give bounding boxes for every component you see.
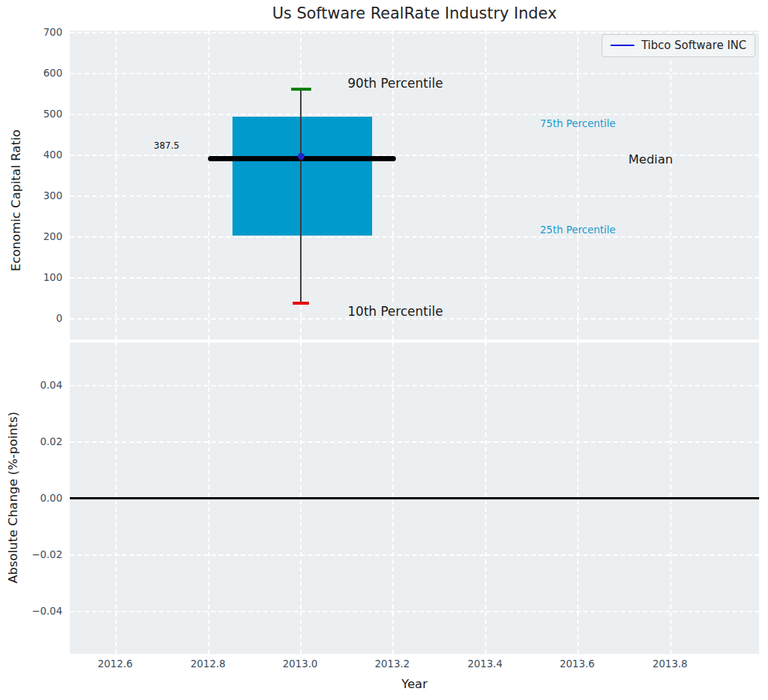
y-tick-label: 0.04	[18, 380, 62, 390]
gridline-vertical	[208, 30, 209, 340]
y-tick-label: −0.04	[18, 606, 62, 616]
y-tick-label: −0.02	[18, 549, 62, 560]
figure: Us Software RealRate Industry Index 90th…	[0, 0, 768, 700]
y-tick-label: 700	[18, 27, 62, 37]
gridline-horizontal	[70, 277, 759, 279]
gridline-horizontal	[70, 385, 759, 386]
gridline-horizontal	[70, 73, 759, 74]
gridline-horizontal	[70, 554, 759, 556]
p10-cap	[293, 302, 309, 305]
y-tick-label: 0	[18, 313, 62, 323]
x-tick-label: 2013.6	[547, 658, 607, 669]
y-tick-label: 600	[18, 68, 62, 78]
x-tick-label: 2013.0	[270, 658, 330, 669]
gridline-horizontal	[70, 236, 759, 238]
gridline-horizontal	[70, 611, 759, 612]
y-tick-label: 0.00	[18, 493, 62, 503]
annotation-company-value: 387.5	[154, 140, 179, 151]
chart-title: Us Software RealRate Industry Index	[70, 4, 759, 22]
y-tick-label: 300	[18, 190, 62, 201]
top-axes: 90th Percentile 75th Percentile Median 2…	[70, 30, 759, 340]
annotation-90th-percentile: 90th Percentile	[348, 76, 443, 91]
bottom-axes	[70, 343, 759, 654]
x-axis-label: Year	[70, 677, 759, 691]
company-marker-dot	[298, 153, 305, 160]
x-tick-label: 2013.4	[455, 658, 515, 669]
gridline-horizontal	[70, 441, 759, 443]
legend-line-sample	[611, 45, 634, 47]
gridline-horizontal	[70, 32, 759, 33]
y-axis-label-top: Economic Capital Ratio	[9, 100, 23, 301]
y-tick-label: 500	[18, 108, 62, 119]
gridline-vertical	[115, 30, 117, 340]
y-tick-label: 400	[18, 149, 62, 160]
x-tick-label: 2012.8	[178, 658, 238, 669]
gridline-vertical	[577, 30, 579, 340]
y-tick-label: 100	[18, 272, 62, 282]
iqr-box	[232, 117, 372, 236]
annotation-10th-percentile: 10th Percentile	[348, 304, 443, 319]
whisker-line	[300, 89, 302, 304]
gridline-horizontal	[70, 195, 759, 197]
y-tick-label: 200	[18, 231, 62, 242]
legend: Tibco Software INC	[602, 34, 755, 57]
annotation-25th-percentile: 25th Percentile	[540, 224, 616, 236]
annotation-median: Median	[628, 152, 673, 166]
zero-line	[70, 497, 759, 499]
x-tick-label: 2013.2	[362, 658, 422, 669]
legend-label: Tibco Software INC	[641, 39, 746, 52]
gridline-horizontal	[70, 114, 759, 115]
p90-cap	[291, 88, 311, 91]
gridline-vertical	[670, 30, 671, 340]
x-tick-label: 2013.8	[640, 658, 700, 669]
gridline-vertical	[485, 30, 486, 340]
annotation-75th-percentile: 75th Percentile	[540, 117, 616, 129]
x-tick-label: 2012.6	[85, 658, 145, 669]
y-tick-label: 0.02	[18, 436, 62, 447]
